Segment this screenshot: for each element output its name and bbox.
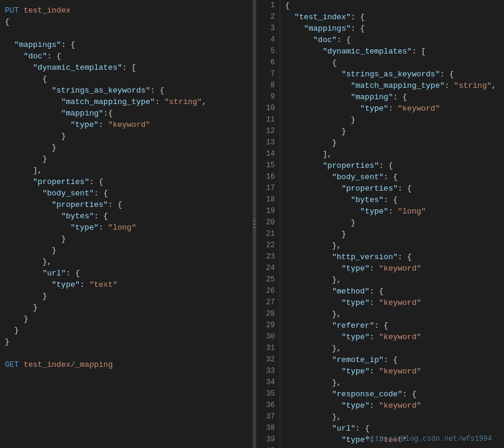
right-code-line: }, (285, 240, 499, 251)
right-code-line: }, (285, 411, 499, 423)
line-number: 22 (261, 240, 275, 251)
left-code-line: } (0, 245, 253, 256)
line-number: 6 (261, 57, 275, 69)
left-editor-panel: PUT test_index{ "mappings": { "doc": { "… (0, 0, 253, 448)
line-number: 40 (261, 446, 275, 448)
right-code-line: "method": { (285, 286, 499, 297)
right-code-line: }, (285, 308, 499, 320)
line-number: 5 (261, 46, 275, 57)
line-number: 21 (261, 229, 275, 240)
right-code-line: "strings_as_keywords": { (285, 69, 499, 80)
left-code-line: "dynamic_templates": [ (0, 62, 253, 73)
left-code-line: "doc": { (0, 51, 253, 62)
right-code-line: } (285, 114, 499, 126)
right-code-line: "bytes": { (285, 194, 499, 206)
right-code-line: "match_mapping_type": "string", (285, 80, 499, 91)
right-code-line: "body_sent": { (285, 171, 499, 183)
left-code-line: PUT test_index (0, 5, 253, 16)
line-number: 9 (261, 91, 275, 103)
line-number: 25 (261, 274, 275, 286)
left-code-line: "match_mapping_type": "string", (0, 96, 253, 108)
line-number: 7 (261, 69, 275, 80)
left-code-line: "body_sent": { (0, 188, 253, 199)
right-code-line: } (285, 126, 499, 137)
left-code-line: "mapping":{ (0, 108, 253, 119)
line-number: 34 (261, 377, 275, 388)
left-code-line: "properties": { (0, 176, 253, 188)
line-number: 33 (261, 366, 275, 377)
line-numbers: 1234567891011121314151617181920212223242… (256, 0, 280, 448)
line-number: 30 (261, 331, 275, 343)
line-number: 15 (261, 160, 275, 171)
left-code-line: } (0, 325, 253, 336)
left-code-line: GET test_index/_mapping (0, 359, 253, 370)
right-code-line: } (285, 217, 499, 229)
line-number: 4 (261, 34, 275, 46)
line-number: 37 (261, 411, 275, 423)
right-code-line: "type": "keyword" (285, 297, 499, 308)
left-code-line: } (0, 313, 253, 325)
left-code-line: }, (0, 256, 253, 268)
right-code-line: "dynamic_templates": [ (285, 46, 499, 57)
left-code-line: "bytes": { (0, 210, 253, 222)
left-code-line: "strings_as_keywords": { (0, 85, 253, 96)
right-code-line: }, (285, 274, 499, 286)
left-code-line: ], (0, 165, 253, 176)
line-number: 14 (261, 149, 275, 160)
right-code-line: "type": "keyword" (285, 331, 499, 343)
right-code-line: "url": { (285, 423, 499, 434)
left-code-line: "properties": { (0, 199, 253, 210)
left-code-line: } (0, 336, 253, 348)
line-number: 2 (261, 11, 275, 23)
right-code-line: { (285, 0, 499, 11)
right-code-line: } (285, 229, 499, 240)
right-code-line: "type": "keyword" (285, 263, 499, 274)
line-number: 17 (261, 183, 275, 194)
right-code-line: "type": "keyword" (285, 103, 499, 114)
line-number: 29 (261, 320, 275, 331)
left-code-line: } (0, 142, 253, 153)
right-code-line: "response_code": { (285, 388, 499, 400)
line-number: 3 (261, 23, 275, 34)
line-number: 13 (261, 137, 275, 149)
left-code-line: } (0, 302, 253, 313)
right-code-line: { (285, 57, 499, 69)
watermark: https://blog.csdn.net/wfs1994 (366, 435, 492, 443)
line-number: 35 (261, 388, 275, 400)
right-code-line: "type": "keyword" (285, 400, 499, 411)
right-code-line: }, (285, 377, 499, 388)
line-number: 8 (261, 80, 275, 91)
line-number: 11 (261, 114, 275, 126)
left-code-line: } (0, 290, 253, 302)
left-code-line: "url": { (0, 268, 253, 279)
right-code-line: "properties": { (285, 183, 499, 194)
right-code-line: "http_version": { (285, 251, 499, 263)
left-code-line: "type": "text" (0, 279, 253, 290)
left-code-line: { (0, 16, 253, 28)
right-code-line: "properties": { (285, 160, 499, 171)
line-number: 1 (261, 0, 275, 11)
line-number: 16 (261, 171, 275, 183)
line-number: 38 (261, 423, 275, 434)
line-number: 31 (261, 343, 275, 354)
right-code-line: "referer": { (285, 320, 499, 331)
right-code-line: "doc": { (285, 34, 499, 46)
right-code-line: }, (285, 446, 499, 448)
right-code-line: "mappings": { (285, 23, 499, 34)
line-number: 28 (261, 308, 275, 320)
line-number: 12 (261, 126, 275, 137)
left-code-line: } (0, 153, 253, 165)
line-number: 27 (261, 297, 275, 308)
right-code: { "test_index": { "mappings": { "doc": {… (280, 0, 504, 448)
line-number: 39 (261, 434, 275, 446)
right-code-line: "type": "keyword" (285, 366, 499, 377)
right-code-line: ], (285, 149, 499, 160)
right-code-line: }, (285, 343, 499, 354)
line-number: 32 (261, 354, 275, 366)
left-code-line: } (0, 130, 253, 142)
line-number: 26 (261, 286, 275, 297)
left-code-line: "mappings": { (0, 39, 253, 51)
left-code-line (0, 348, 253, 359)
left-code-line: "type": "long" (0, 222, 253, 233)
line-number: 36 (261, 400, 275, 411)
